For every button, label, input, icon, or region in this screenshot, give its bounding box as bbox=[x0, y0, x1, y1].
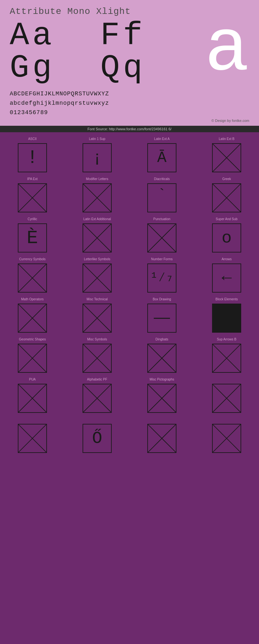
copyright: © Design by fontke.com bbox=[10, 119, 249, 123]
glyph-box-punctuation bbox=[147, 223, 176, 252]
glyph-box-latinexta: Ā bbox=[147, 143, 176, 172]
top-section: Attribute Mono Xlight Aa Ff Gg Qq a ABCD… bbox=[0, 0, 259, 126]
label-letterlike: Letterlike Symbols bbox=[84, 257, 110, 262]
glyph-row-2: IPA Ext Modifier Letters Diacriticals ` … bbox=[0, 176, 259, 216]
glyph-cell-arrows: Arrows ← bbox=[194, 256, 259, 296]
glyph-box-geoshapes bbox=[18, 344, 47, 373]
hero-letters: Aa Ff Gg Qq a bbox=[10, 20, 249, 84]
label-blockelements: Block Elements bbox=[216, 297, 238, 302]
glyph-cell-letterlike: Letterlike Symbols bbox=[65, 256, 130, 296]
glyph-box-empty1 bbox=[212, 384, 241, 413]
glyph-box-suparrowsb bbox=[212, 344, 241, 373]
glyph-char-cyrillic: È bbox=[27, 228, 38, 249]
glyph-cell-suparrowsb: Sup Arrows B bbox=[194, 336, 259, 376]
glyph-box-latin1sup: ¡ bbox=[83, 143, 112, 172]
glyph-cell-greek: Greek bbox=[194, 176, 259, 216]
label-miscpicto: Misc Pictographs bbox=[150, 378, 174, 382]
label-arrows: Arrows bbox=[221, 257, 231, 262]
label-numberforms: Number Forms bbox=[151, 257, 173, 262]
label-latinexta: Latin Ext A bbox=[154, 137, 170, 142]
glyph-box-special2: Ő bbox=[83, 424, 112, 453]
glyph-row-5: Math Operators Misc Technical Box Drawin… bbox=[0, 296, 259, 336]
glyph-cell-modletters: Modifier Letters bbox=[65, 176, 130, 216]
glyph-box-modletters bbox=[83, 183, 112, 212]
glyph-cell-special3 bbox=[130, 416, 194, 456]
glyph-box-boxdrawing bbox=[147, 304, 176, 333]
glyph-cell-diacriticals: Diacriticals ` bbox=[130, 176, 194, 216]
label-ipaext: IPA Ext bbox=[27, 177, 38, 182]
glyph-cell-miscpicto: Misc Pictographs bbox=[130, 376, 194, 416]
glyph-row-1: ASCII ! Latin 1 Sup ¡ Latin Ext A Ā Lati… bbox=[0, 135, 259, 176]
glyph-char-boxdrawing bbox=[154, 318, 170, 319]
glyph-cell-ipaext: IPA Ext bbox=[0, 176, 65, 216]
glyph-box-cyrillic: È bbox=[18, 223, 47, 252]
glyph-cell-currency: Currency Symbols bbox=[0, 256, 65, 296]
label-alphabeticpf: Alphabetic PF bbox=[87, 378, 107, 382]
glyph-box-misctech bbox=[83, 304, 112, 333]
glyph-cell-blockelements: Block Elements bbox=[194, 296, 259, 336]
glyph-box-blockelements bbox=[212, 304, 241, 333]
label-miscsymbols: Misc Symbols bbox=[87, 338, 107, 342]
label-suparrowsb: Sup Arrows B bbox=[217, 338, 237, 342]
glyph-cell-miscsymbols: Misc Symbols bbox=[65, 336, 130, 376]
glyph-cell-ascii: ASCII ! bbox=[0, 135, 65, 176]
glyph-cell-dingbats: Dingbats bbox=[130, 336, 194, 376]
glyph-box-ascii: ! bbox=[18, 143, 47, 172]
alphabet-lower: abcdefghijklmnopqrstuvwxyz bbox=[10, 99, 249, 108]
glyph-char-arrows: ← bbox=[221, 269, 231, 288]
glyph-cell-misctech: Misc Technical bbox=[65, 296, 130, 336]
label-latinextadd: Latin Ext Additional bbox=[83, 217, 111, 222]
glyph-box-greek bbox=[212, 183, 241, 212]
glyph-cell-latinexta: Latin Ext A Ā bbox=[130, 135, 194, 176]
glyph-cell-latinextb: Latin Ext B bbox=[194, 135, 259, 176]
glyph-char-latinexta: Ā bbox=[157, 149, 167, 166]
numbers: 0123456789 bbox=[10, 108, 249, 117]
label-latin1sup: Latin 1 Sup bbox=[89, 137, 106, 142]
glyph-cell-superandsub: Super And Sub o bbox=[194, 216, 259, 256]
glyph-box-alphabeticpf bbox=[83, 384, 112, 413]
glyph-cell-pua: PUA bbox=[0, 376, 65, 416]
glyph-box-currency bbox=[18, 263, 47, 293]
label-currency: Currency Symbols bbox=[19, 257, 46, 262]
glyph-char-diacriticals: ` bbox=[158, 188, 166, 202]
label-punctuation: Punctuation bbox=[153, 217, 171, 222]
glyph-row-3: Cyrillic È Latin Ext Additional Punctuat… bbox=[0, 216, 259, 256]
label-ascii: ASCII bbox=[28, 137, 37, 142]
glyph-box-special1 bbox=[18, 424, 47, 453]
label-cyrillic: Cyrillic bbox=[28, 217, 37, 222]
font-source: Font Source: http://www.fontke.com/font/… bbox=[87, 127, 171, 131]
glyph-cell-cyrillic: Cyrillic È bbox=[0, 216, 65, 256]
glyph-box-latinextb bbox=[212, 143, 241, 172]
glyph-box-pua bbox=[18, 384, 47, 413]
label-superandsub: Super And Sub bbox=[216, 217, 237, 222]
glyph-cell-mathops: Math Operators bbox=[0, 296, 65, 336]
label-pua: PUA bbox=[29, 378, 36, 382]
glyph-box-miscpicto bbox=[147, 384, 176, 413]
glyph-box-superandsub: o bbox=[212, 223, 241, 252]
glyph-row-7: PUA Alphabetic PF Misc Pictographs bbox=[0, 376, 259, 416]
glyph-box-special4 bbox=[212, 424, 241, 453]
label-dingbats: Dingbats bbox=[155, 338, 168, 342]
label-misctech: Misc Technical bbox=[87, 297, 108, 302]
glyph-char-numberforms: ¹⁄₇ bbox=[150, 272, 174, 284]
glyph-box-mathops bbox=[18, 304, 47, 333]
glyph-char-latin1sup: ¡ bbox=[92, 148, 102, 167]
glyph-row-6: Geometric Shapes Misc Symbols Dingbats S… bbox=[0, 336, 259, 376]
glyph-box-letterlike bbox=[83, 263, 112, 293]
glyph-row-4: Currency Symbols Letterlike Symbols Numb… bbox=[0, 256, 259, 296]
glyph-char-special2: Ő bbox=[92, 429, 102, 448]
alphabet-section: ABCDEFGHIJKLMNOPQRSTUVWXYZ abcdefghijklm… bbox=[10, 89, 249, 117]
glyph-cell-geoshapes: Geometric Shapes bbox=[0, 336, 65, 376]
glyph-box-arrows: ← bbox=[212, 263, 241, 293]
glyph-cell-boxdrawing: Box Drawing bbox=[130, 296, 194, 336]
label-modletters: Modifier Letters bbox=[86, 177, 108, 182]
glyph-char-exclaim: ! bbox=[27, 147, 38, 169]
label-greek: Greek bbox=[222, 177, 231, 182]
label-diacriticals: Diacriticals bbox=[154, 177, 170, 182]
glyph-box-miscsymbols bbox=[83, 344, 112, 373]
glyph-box-ipaext bbox=[18, 183, 47, 212]
glyph-box-diacriticals: ` bbox=[147, 183, 176, 212]
glyph-box-special3 bbox=[147, 424, 176, 453]
label-mathops: Math Operators bbox=[21, 297, 43, 302]
label-latinextb: Latin Ext B bbox=[219, 137, 234, 142]
